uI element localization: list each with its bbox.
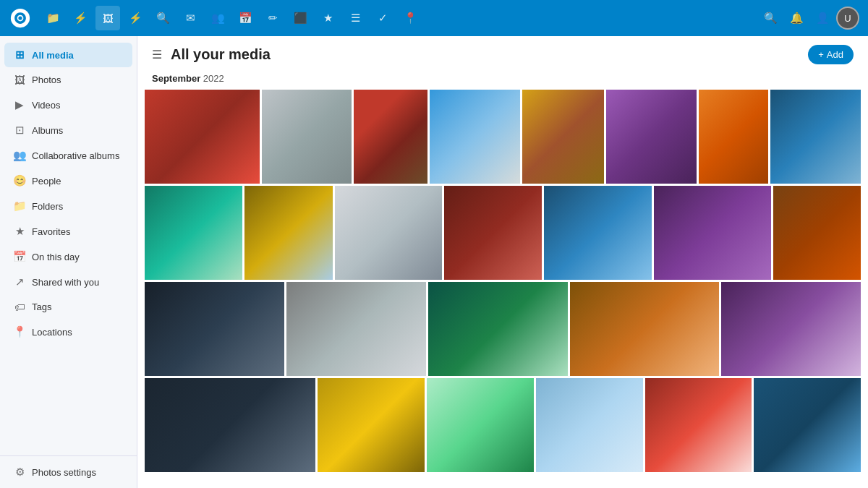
sidebar-item-albums-label: Albums bbox=[32, 125, 63, 136]
sidebar-item-favorites[interactable]: ★ Favorites bbox=[4, 219, 132, 244]
people-icon: 😊 bbox=[13, 174, 26, 187]
photos-nav-icon[interactable]: 🖼 bbox=[95, 6, 120, 30]
main-area: ⊞ All media 🖼 Photos ▶ Videos ⊡ Albums 👥… bbox=[0, 36, 868, 488]
photo-item[interactable] bbox=[244, 186, 333, 280]
photo-item[interactable] bbox=[428, 282, 568, 376]
sidebar-item-favorites-label: Favorites bbox=[32, 226, 70, 237]
photo-item[interactable] bbox=[645, 378, 752, 472]
photo-item[interactable] bbox=[145, 378, 315, 472]
sidebar-item-on-this-day[interactable]: 📅 On this day bbox=[4, 244, 132, 269]
photo-item[interactable] bbox=[286, 282, 426, 376]
content-area: ☰ All your media + Add September 2022 bbox=[137, 36, 868, 488]
sidebar-item-locations[interactable]: 📍 Locations bbox=[4, 320, 132, 344]
add-plus-icon: + bbox=[818, 49, 824, 60]
sidebar-item-photos[interactable]: 🖼 Photos bbox=[4, 68, 132, 92]
collaborative-icon: 👥 bbox=[13, 149, 26, 162]
page-title: All your media bbox=[171, 46, 799, 63]
notifications-button[interactable]: 🔔 bbox=[784, 6, 809, 30]
notes-nav-icon[interactable]: ✏ bbox=[260, 6, 285, 30]
sidebar-item-videos-label: Videos bbox=[32, 100, 61, 111]
tags-icon: 🏷 bbox=[13, 301, 26, 313]
photo-grid bbox=[137, 90, 868, 488]
photo-item[interactable] bbox=[773, 186, 861, 280]
bookmarks-nav-icon[interactable]: ★ bbox=[315, 6, 340, 30]
content-header: ☰ All your media + Add bbox=[137, 36, 868, 70]
contacts-button[interactable]: 👤 bbox=[810, 6, 835, 30]
calendar-nav-icon[interactable]: 📅 bbox=[233, 6, 258, 30]
photo-item[interactable] bbox=[544, 186, 652, 280]
photo-item[interactable] bbox=[754, 378, 861, 472]
photo-item[interactable] bbox=[145, 186, 242, 280]
files-nav-icon[interactable]: 📁 bbox=[41, 6, 65, 30]
topbar: 📁 ⚡ 🖼 ⚡ 🔍 ✉ 👥 📅 ✏ ⬛ ★ ☰ ✓ 📍 🔍 🔔 👤 U bbox=[0, 0, 868, 36]
add-button[interactable]: + Add bbox=[808, 45, 854, 64]
sidebar-item-collaborative-albums[interactable]: 👥 Collaborative albums bbox=[4, 143, 132, 168]
sidebar-item-all-media-label: All media bbox=[32, 50, 74, 61]
photo-item[interactable] bbox=[522, 90, 604, 184]
photo-item[interactable] bbox=[354, 90, 427, 184]
photo-row bbox=[145, 378, 861, 472]
videos-icon: ▶ bbox=[13, 98, 26, 111]
sidebar-item-videos[interactable]: ▶ Videos bbox=[4, 93, 132, 117]
sidebar-item-folders-label: Folders bbox=[32, 201, 63, 212]
sidebar-item-collaborative-label: Collaborative albums bbox=[32, 150, 119, 161]
section-month: September bbox=[152, 73, 200, 84]
maps-nav-icon[interactable]: 📍 bbox=[398, 6, 422, 30]
section-year: 2022 bbox=[203, 73, 224, 84]
add-button-label: Add bbox=[827, 49, 843, 60]
user-avatar[interactable]: U bbox=[836, 7, 859, 30]
photo-row bbox=[145, 90, 861, 184]
sidebar-item-people[interactable]: 😊 People bbox=[4, 168, 132, 193]
sidebar-item-all-media[interactable]: ⊞ All media bbox=[4, 43, 132, 67]
sidebar-item-locations-label: Locations bbox=[32, 327, 72, 338]
deck-nav-icon[interactable]: ⬛ bbox=[288, 6, 312, 30]
sidebar-item-albums[interactable]: ⊡ Albums bbox=[4, 118, 132, 142]
sidebar-item-people-label: People bbox=[32, 176, 61, 187]
mail-nav-icon[interactable]: ✉ bbox=[178, 6, 203, 30]
sidebar-item-tags[interactable]: 🏷 Tags bbox=[4, 295, 132, 319]
contacts-nav-icon[interactable]: 👥 bbox=[205, 6, 230, 30]
menu-toggle-icon[interactable]: ☰ bbox=[152, 48, 162, 61]
photo-item[interactable] bbox=[721, 282, 861, 376]
photo-item[interactable] bbox=[430, 90, 520, 184]
activity-nav-icon[interactable]: ⚡ bbox=[68, 6, 93, 30]
albums-icon: ⊡ bbox=[13, 124, 26, 137]
nextcloud-logo[interactable] bbox=[9, 7, 32, 30]
photo-item[interactable] bbox=[427, 378, 534, 472]
photo-item[interactable] bbox=[262, 90, 352, 184]
photo-row bbox=[145, 186, 861, 280]
photo-item[interactable] bbox=[318, 378, 425, 472]
photo-item[interactable] bbox=[770, 90, 861, 184]
photo-item[interactable] bbox=[570, 282, 719, 376]
photo-item[interactable] bbox=[654, 186, 771, 280]
favorites-icon: ★ bbox=[13, 225, 26, 238]
flash-nav-icon[interactable]: ⚡ bbox=[123, 6, 148, 30]
photo-item[interactable] bbox=[606, 90, 697, 184]
locations-icon: 📍 bbox=[13, 325, 26, 338]
sidebar-item-settings[interactable]: ⚙ Photos settings bbox=[4, 460, 132, 484]
sidebar-settings-label: Photos settings bbox=[32, 467, 96, 478]
sidebar-item-tags-label: Tags bbox=[32, 301, 51, 312]
sidebar: ⊞ All media 🖼 Photos ▶ Videos ⊡ Albums 👥… bbox=[0, 36, 137, 488]
photo-item[interactable] bbox=[444, 186, 542, 280]
photo-item[interactable] bbox=[145, 90, 260, 184]
photo-item[interactable] bbox=[145, 282, 284, 376]
sidebar-item-on-this-day-label: On this day bbox=[32, 252, 80, 262]
search-nav-icon[interactable]: 🔍 bbox=[150, 6, 175, 30]
photos-icon: 🖼 bbox=[13, 74, 26, 86]
photo-item[interactable] bbox=[699, 90, 768, 184]
tasks-nav-icon[interactable]: ☰ bbox=[343, 6, 367, 30]
sidebar-bottom: ⚙ Photos settings bbox=[0, 455, 137, 488]
sidebar-item-photos-label: Photos bbox=[32, 74, 61, 85]
search-button[interactable]: 🔍 bbox=[758, 6, 783, 30]
folders-icon: 📁 bbox=[13, 200, 26, 213]
photo-item[interactable] bbox=[536, 378, 643, 472]
photo-item[interactable] bbox=[335, 186, 443, 280]
sidebar-item-shared-with-you[interactable]: ↗ Shared with you bbox=[4, 270, 132, 294]
sidebar-item-folders[interactable]: 📁 Folders bbox=[4, 194, 132, 218]
checkmark-nav-icon[interactable]: ✓ bbox=[370, 6, 395, 30]
settings-icon: ⚙ bbox=[13, 466, 26, 479]
photo-row bbox=[145, 282, 861, 376]
topbar-right: 🔍 🔔 👤 U bbox=[758, 6, 859, 30]
sidebar-item-shared-label: Shared with you bbox=[32, 277, 99, 288]
